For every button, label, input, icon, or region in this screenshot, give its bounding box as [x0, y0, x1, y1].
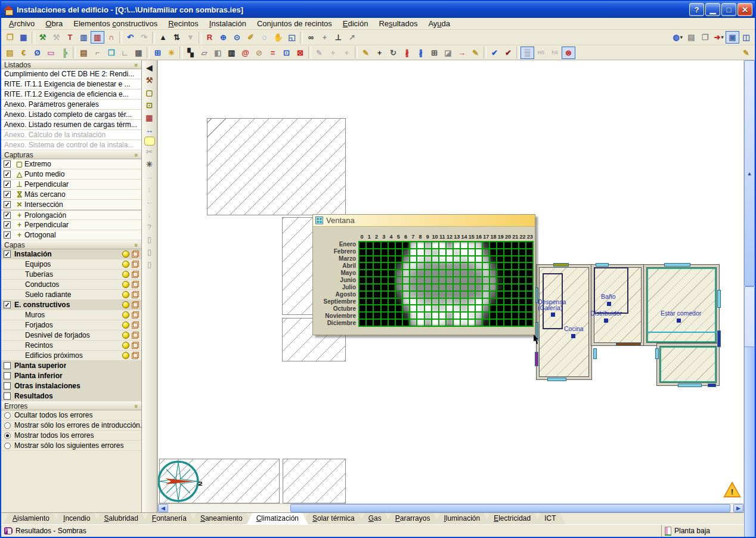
listado-item[interactable]: RITE. IT.1.2 Exigencia de eficiencia e..… — [1, 89, 141, 100]
shadow-volume[interactable] — [207, 118, 346, 215]
layer-cube-icon[interactable] — [132, 251, 139, 258]
layer-cube-icon[interactable] — [132, 301, 139, 308]
arrow-right-icon[interactable]: → — [143, 171, 156, 183]
move2-disabled-icon[interactable]: + — [340, 47, 354, 59]
capa-item[interactable]: Instalación — [1, 249, 141, 259]
zoom-x2-icon[interactable]: ⊙ — [230, 31, 244, 44]
checkbox[interactable] — [4, 362, 11, 369]
coil-icon[interactable]: @ — [238, 47, 252, 59]
arrow-down-icon[interactable]: ↓ — [143, 208, 156, 221]
save-icon[interactable]: ▦ — [17, 31, 30, 44]
edit-templates-2-icon[interactable]: ⚒ — [49, 31, 63, 44]
pan-hand-icon[interactable]: ✋ — [271, 31, 285, 44]
radio-button[interactable] — [4, 443, 11, 449]
toolbar-icon[interactable] — [73, 47, 76, 58]
captura-item[interactable]: + Perpendicular — [1, 220, 141, 230]
dialog-title-bar[interactable]: Ventana — [313, 215, 535, 227]
wall-icon[interactable]: ▤ — [77, 47, 91, 59]
scroll-page-2-icon[interactable]: ▯ — [143, 246, 156, 258]
warning-icon[interactable]: ! — [723, 481, 741, 497]
close-button[interactable]: ✕ — [738, 3, 752, 16]
checkbox[interactable] — [4, 221, 11, 228]
window-segment[interactable] — [717, 330, 721, 347]
draw-icon[interactable]: ✎ — [359, 47, 373, 59]
room-estar-block[interactable] — [644, 265, 719, 345]
star-icon[interactable]: ✳ — [143, 158, 156, 171]
layer-color-icon[interactable] — [122, 291, 129, 298]
delete-box-icon[interactable]: ⊠ — [293, 47, 307, 59]
checkbox[interactable] — [4, 392, 11, 400]
query-tool-icon[interactable]: ? — [143, 221, 156, 233]
capa-item[interactable]: Tuberías — [1, 270, 141, 280]
small-grid-icon[interactable]: ▦ — [143, 112, 156, 124]
capa-item[interactable]: Desnivel de forjados — [1, 330, 141, 341]
snap-magnet-icon[interactable]: ∩ — [104, 31, 118, 44]
chevron-down-icon[interactable]: » — [133, 153, 140, 156]
layer-cube-icon[interactable] — [132, 321, 139, 329]
zoom-edit-icon[interactable]: ✐ — [244, 31, 258, 44]
config-tools-icon[interactable]: ⚒ — [143, 74, 156, 86]
layer-color-icon[interactable] — [122, 352, 129, 359]
scroll-page-1-icon[interactable]: ▯ — [143, 233, 156, 246]
checkbox[interactable] — [4, 251, 11, 258]
window-segment[interactable] — [717, 290, 721, 308]
beam-icon[interactable]: ⌐ — [91, 47, 104, 59]
menu-item[interactable]: Resultados — [373, 18, 423, 29]
capa-item[interactable]: E. constructivos — [1, 300, 141, 310]
toolbar-icon[interactable] — [199, 32, 202, 44]
room-estar-block-lower[interactable] — [657, 344, 719, 385]
toolbar-icon[interactable] — [355, 47, 358, 58]
discipline-tab[interactable]: Saneamiento — [191, 513, 252, 524]
edit-query-icon[interactable]: ✎ — [469, 47, 482, 59]
building-icon[interactable]: ▦ — [132, 47, 145, 59]
status-right-panel[interactable]: Planta baja — [662, 525, 755, 537]
horizontal-scrollbar[interactable]: ◀ ▶ — [158, 503, 743, 512]
listado-item[interactable]: Cumplimiento del CTE DB HE 2: Rendi... — [1, 69, 141, 79]
double-pipe-icon[interactable]: = — [266, 47, 280, 59]
floor-plan[interactable]: Despensa (Galería) Baño Distribuidor Coc… — [537, 265, 719, 385]
captura-item[interactable]: ✕ Intersección — [1, 200, 141, 210]
move-reference-icon[interactable]: + — [318, 31, 331, 44]
scroll-page-3-icon[interactable]: ▯ — [143, 258, 156, 271]
error-option[interactable]: Mostrar sólo los siguientes errores — [1, 441, 141, 451]
window-segment[interactable] — [678, 384, 702, 387]
toolbar-icon[interactable] — [484, 47, 487, 58]
menu-item[interactable]: Archivo — [4, 18, 40, 29]
menu-item[interactable]: Ayuda — [423, 18, 456, 29]
layer-color-icon[interactable] — [122, 301, 129, 308]
capa-item[interactable]: Forjados — [1, 320, 141, 330]
scroll-track[interactable] — [168, 504, 733, 512]
sun-floor-icon[interactable]: ☀ — [165, 47, 178, 59]
error-option[interactable]: Mostrar todos los errores — [1, 431, 141, 441]
menu-item[interactable]: Conjuntos de recintos — [252, 18, 337, 29]
window-segment[interactable] — [553, 263, 569, 267]
captura-item[interactable]: ⋈ Más cercano — [1, 190, 141, 200]
layer-cube-icon[interactable] — [132, 311, 139, 319]
toolbar-icon[interactable] — [516, 47, 519, 58]
mirror-v-icon[interactable]: ∦ — [400, 47, 414, 59]
drawing-canvas[interactable]: Despensa (Galería) Baño Distribuidor Coc… — [157, 60, 743, 512]
checkbox[interactable] — [4, 191, 11, 198]
window-side-icon[interactable]: ◫ — [739, 31, 753, 44]
check-icon[interactable]: ✔ — [488, 47, 501, 59]
layer-color-icon[interactable] — [122, 321, 129, 329]
erase-icon[interactable]: ◪ — [441, 47, 455, 59]
listado-item[interactable]: Anexo. Listado completo de cargas tér... — [1, 110, 141, 120]
listado-item[interactable]: Anexo. Parámetros generales — [1, 100, 141, 110]
room-marker[interactable] — [571, 334, 575, 338]
chevron-down-icon[interactable]: » — [133, 243, 140, 246]
minimize-button[interactable]: ▁ — [705, 3, 720, 16]
layer-color-icon[interactable] — [122, 261, 129, 268]
capa-item[interactable]: Conductos — [1, 280, 141, 290]
report-icon[interactable]: ▤ — [3, 47, 17, 59]
duct-icon[interactable]: ⊘ — [252, 47, 266, 59]
chevron-down-icon[interactable]: » — [133, 63, 140, 66]
move-icon[interactable]: + — [373, 47, 386, 59]
dimension-icon[interactable]: ↔ — [143, 124, 156, 137]
copy-icon[interactable]: ⊞ — [427, 47, 441, 59]
dxf-dwg-manager-icon[interactable]: ▥ — [91, 31, 104, 44]
listado-item[interactable]: Anexo. Sistema de control de la instala.… — [1, 140, 141, 150]
window-segment[interactable] — [547, 378, 566, 381]
error-option[interactable]: Mostrar sólo los errores de introducción… — [1, 420, 141, 431]
menu-item[interactable]: Recintos — [163, 18, 204, 29]
